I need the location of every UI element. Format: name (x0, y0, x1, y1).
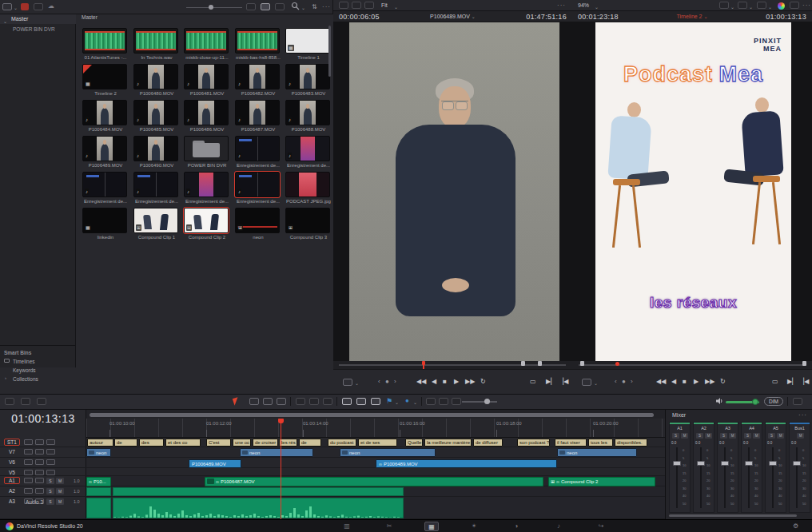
timeline-playhead-marker[interactable] (615, 362, 619, 366)
clip-thumbnail[interactable]: ♪ (82, 172, 127, 197)
subtitle-clip[interactable]: Quelle (405, 439, 423, 447)
blade-edit-mode-icon[interactable] (277, 398, 286, 405)
smart-bin-collections[interactable]: ›Collections (0, 375, 76, 383)
thumbnail-view-icon[interactable] (46, 449, 55, 455)
track-enable-icon[interactable] (35, 478, 44, 483)
chevron-down-icon[interactable]: ⌄ (301, 5, 305, 10)
media-clip[interactable]: ⊞Compound Clip 2 (184, 208, 230, 240)
clip-thumbnail[interactable]: ♪ (285, 64, 330, 89)
chevron-down-icon[interactable]: ⌄ (730, 4, 734, 10)
subtitle-clip[interactable]: et des co (165, 439, 201, 447)
subtitle-clip[interactable]: C'est (206, 439, 231, 447)
track-mute-button[interactable]: M (56, 498, 64, 505)
subtitle-clip[interactable]: de (114, 439, 137, 447)
next-clip-button[interactable]: ▶▶ (705, 378, 714, 385)
clip-thumbnail[interactable]: ♪ (133, 136, 178, 161)
bin-tree-master[interactable]: ⌄ Master (0, 14, 76, 24)
media-clip[interactable]: ♪Enregistrement de... (235, 172, 281, 204)
channel-mute-button[interactable]: M (681, 433, 688, 439)
speaker-icon[interactable] (715, 397, 723, 405)
subtitle-clip[interactable]: des (139, 439, 164, 447)
channel-fader-knob[interactable] (745, 461, 753, 466)
thumbnail-size-slider-knob[interactable] (209, 5, 213, 10)
insert-clip-icon[interactable] (296, 398, 305, 405)
track-badge-a3[interactable]: A3 (4, 498, 20, 505)
chevron-down-icon[interactable]: ⌄ (749, 4, 753, 10)
snapping-magnet-icon[interactable] (342, 398, 352, 405)
trim-edit-mode-icon[interactable] (249, 398, 259, 405)
in-out-range-button[interactable]: ▭ (772, 378, 778, 385)
dynamic-trim-mode-icon[interactable] (263, 398, 273, 405)
timeline-scroll-zoom-bar[interactable] (90, 413, 654, 417)
next-clip-button[interactable]: ▶▶ (465, 378, 475, 385)
clip-thumbnail[interactable]: ♪ (184, 172, 229, 197)
media-clip[interactable]: ⊞Compound Clip 3 (285, 208, 332, 240)
channel-solo-button[interactable]: S (720, 433, 727, 439)
video-clip[interactable]: ∞P1006489.MOV (376, 459, 557, 468)
track-lock-icon[interactable] (24, 439, 33, 445)
marker-icon[interactable]: ● (405, 397, 409, 404)
media-clip[interactable]: In Technis.wav (133, 28, 180, 60)
clip-thumbnail[interactable] (235, 28, 280, 54)
media-pool-scrollbar[interactable] (328, 26, 331, 77)
chevron-down-icon[interactable]: ⌄ (595, 4, 599, 10)
media-clip[interactable]: ▦linkedin (82, 208, 129, 240)
subtitle-clip[interactable]: la meilleure manière (424, 439, 472, 447)
clip-thumbnail[interactable]: ♪ (133, 100, 178, 125)
track-enable-icon[interactable] (35, 439, 44, 445)
chevron-down-icon[interactable]: ⌄ (594, 380, 598, 386)
clip-thumbnail[interactable]: ♪ (133, 172, 178, 197)
transform-tool-icon[interactable] (719, 2, 729, 9)
scrubber-track[interactable] (339, 364, 566, 366)
media-pool-more-icon[interactable]: ··· (322, 3, 331, 10)
clip-thumbnail[interactable]: ▦ (82, 208, 127, 233)
mixer-scrollbar[interactable] (669, 514, 797, 517)
subtitle-clip[interactable]: tous les (588, 439, 613, 447)
dim-audio-button[interactable]: DIM (764, 397, 783, 406)
audio-waveform-view-icon[interactable] (364, 2, 374, 9)
channel-solo-button[interactable]: S (744, 433, 751, 439)
chevron-down-icon[interactable]: ⌄ (394, 4, 398, 10)
goto-last-frame-button[interactable]: ▕◀ (559, 378, 568, 385)
channel-mute-button[interactable]: M (777, 433, 784, 439)
page-button-deliver[interactable]: ↪ (594, 522, 608, 531)
record-icon[interactable] (21, 3, 29, 10)
track-badge-a1[interactable]: A1 (4, 477, 20, 484)
subtitle-clip[interactable]: les rés (279, 439, 297, 447)
subtitle-clip[interactable]: disponibles. (615, 439, 647, 447)
media-clip[interactable]: ♪P1006483.MOV (285, 64, 332, 96)
in-point-marker[interactable] (521, 361, 525, 366)
media-clip[interactable]: POWER BIN DVR (184, 136, 230, 168)
track-badge-a2[interactable]: A2 (4, 487, 20, 494)
subtitle-clip[interactable]: il faut viser (555, 439, 587, 447)
audio-clip[interactable]: ⊞∞Compound Clip 2 (548, 477, 655, 486)
expand-viewer-icon[interactable] (790, 2, 799, 9)
source-viewer-scrubber[interactable] (333, 361, 572, 369)
clip-thumbnail[interactable]: ♪ (235, 136, 280, 161)
search-icon[interactable] (291, 2, 300, 10)
overwrite-clip-icon[interactable] (309, 398, 319, 405)
zoom-detail-icon[interactable] (439, 398, 448, 405)
track-badge-v7[interactable]: V7 (4, 448, 20, 455)
clip-thumbnail[interactable]: ♪ (235, 100, 280, 125)
chevron-down-icon[interactable]: ⌄ (14, 5, 18, 10)
track-enable-icon[interactable] (35, 459, 44, 465)
viewer-mode-icon[interactable] (582, 379, 591, 386)
channel-fader-track[interactable] (748, 447, 750, 508)
subtitle-clip[interactable]: et de ses (358, 439, 397, 447)
media-clip[interactable]: PODCAST JPEG.jpg (285, 172, 332, 204)
timeline-playhead-handle[interactable] (278, 419, 284, 423)
clip-thumbnail[interactable] (184, 28, 229, 54)
page-button-edit[interactable]: ▦ (424, 522, 439, 531)
media-clip[interactable]: ♪Enregistrement de... (133, 172, 180, 204)
timeline-viewer-video[interactable]: PINXITMEA Podcast Mea les réseaux (572, 22, 812, 361)
in-out-range-button[interactable]: ▭ (530, 378, 536, 385)
clip-thumbnail[interactable]: ♪ (82, 100, 127, 125)
media-clip[interactable]: miskb-bas-hs8-858... (235, 28, 281, 60)
match-frame-button[interactable]: ▶▏ (787, 378, 797, 385)
audio-clip-body[interactable] (86, 487, 111, 496)
timeline-zoom-slider[interactable] (462, 401, 497, 403)
track-badge-st1[interactable]: ST1 (4, 439, 20, 446)
subtitle-clip[interactable]: du podcast (328, 439, 356, 447)
media-clip[interactable]: ♪P1006487.MOV (235, 100, 281, 132)
